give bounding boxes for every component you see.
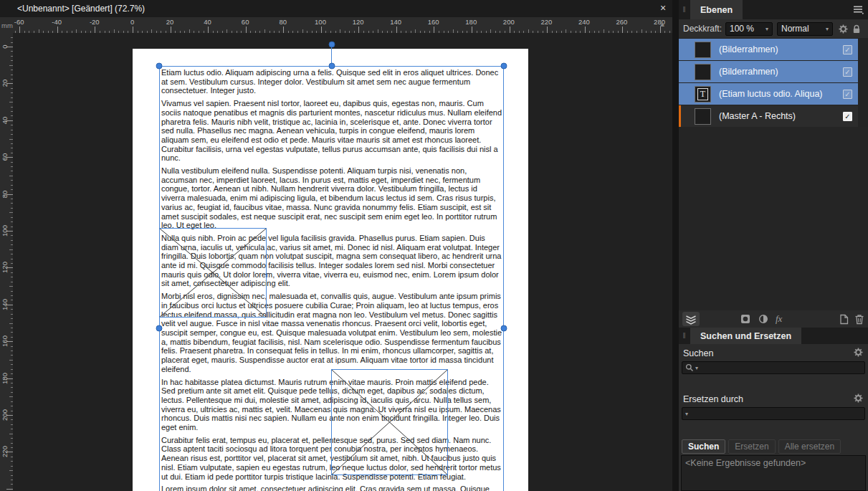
lock-icon [852,24,861,34]
layers-panel-tabbar: ‖ Ebenen [679,0,868,19]
paragraph: Lorem ipsum dolor sit amet, consectetuer… [161,485,502,491]
layer-row-bilderrahmen-1[interactable]: (Bilderrahmen) ✓ [679,39,858,60]
search-input[interactable]: ▾ [682,361,865,374]
replace-button[interactable]: Ersetzen [728,439,775,454]
gear-icon [839,24,848,34]
layer-row-textframe[interactable]: T (Etiam luctus odio. Aliqua) ✓ [679,83,858,105]
chevron-down-icon: ▾ [762,26,768,32]
blend-mode-dropdown[interactable]: Normal ▾ [777,22,833,36]
mask-icon [740,314,750,324]
paragraph: Nulla vestibulum eleifend nulla. Suspend… [161,166,502,230]
paragraph: Vivamus vel sapien. Praesent nisl tortor… [161,99,502,163]
adjustment-layer-button[interactable] [758,312,768,326]
search-results-area: <Keine Ergebnisse gefunden> [681,455,866,491]
document-titlebar: <Unbenannt> [Geändert] (72.7%) [0,0,672,17]
panel-divider[interactable] [672,0,679,491]
selection-handle-top-right[interactable] [501,63,507,70]
opacity-label: Deckkraft: [683,24,722,34]
picture-frame-2[interactable] [331,369,448,475]
layer-effects-button[interactable]: fx [776,312,782,326]
search-icon [685,363,694,372]
trash-icon [854,314,864,325]
layer-visibility-checkbox[interactable]: ✓ [843,112,852,121]
gear-icon [854,348,863,357]
ruler-scroll-indicator-icon: ▲ [659,20,666,28]
chevron-down-icon: ▾ [822,26,829,32]
new-layer-button[interactable] [839,312,849,326]
text-frame-icon: T [697,88,708,100]
selection-handle-mid-right[interactable] [501,325,507,332]
opacity-dropdown[interactable]: 100 % ▾ [725,22,773,36]
master-page-indicator [679,105,681,127]
layers-toolbar: fx [679,310,868,328]
chevron-down-icon: ▾ [685,411,688,417]
search-options-button[interactable] [854,348,863,357]
hamburger-menu-icon [853,5,864,14]
replace-input[interactable]: ▾ [682,407,865,420]
layers-view-button[interactable] [682,312,700,326]
placeholder-cross-icon [160,229,266,317]
picture-frame-1[interactable] [159,228,267,318]
replace-options-button[interactable] [854,394,863,403]
document-title: <Unbenannt> [Geändert] (72.7%) [17,4,145,14]
horizontal-ruler: -60-40-200204060801001201401601802002202… [13,17,672,33]
layer-settings-button[interactable] [839,24,848,34]
right-panel: ‖ Ebenen Deckkraft: 100 % ▾ Normal ▾ [679,0,868,491]
layer-thumbnail [695,64,711,80]
selection-handle-mid-left[interactable] [156,325,163,332]
tab-ebenen[interactable]: Ebenen [690,0,743,19]
layer-visibility-checkbox[interactable]: ✓ [843,45,852,54]
new-page-icon [839,314,849,325]
rotation-handle[interactable] [329,42,335,48]
layers-panel-empty-area [679,127,868,310]
layer-row-master[interactable]: (Master A - Rechts) ✓ [679,105,858,127]
layer-thumbnail [695,108,711,125]
gear-icon [854,394,863,403]
ruler-unit-label: mm [0,17,13,33]
panel-drag-grip[interactable]: ‖ [679,0,690,19]
chevron-down-icon: ▾ [695,365,698,371]
layer-row-bilderrahmen-2[interactable]: (Bilderrahmen) ✓ [679,61,858,82]
lock-layer-button[interactable] [852,24,861,34]
find-button[interactable]: Suchen [682,439,725,454]
vertical-ruler: 020406080100120140160180200220 [0,33,13,491]
layer-visibility-checkbox[interactable]: ✓ [843,90,852,99]
placeholder-cross-icon [332,370,447,475]
layer-thumbnail: T [695,86,711,103]
layers-list: (Bilderrahmen) ✓ (Bilderrahmen) ✓ T (Eti… [679,38,868,127]
find-buttons-row: Suchen Ersetzen Alle ersetzen [682,439,841,454]
close-document-button[interactable]: × [655,1,671,16]
no-results-text: <Keine Ergebnisse gefunden> [685,458,806,468]
layer-thumbnail [695,42,711,58]
tab-suchen-und-ersetzen[interactable]: Suchen und Ersetzen [690,328,801,344]
delete-layer-button[interactable] [854,312,864,326]
find-panel-tabbar: ‖ Suchen und Ersetzen [679,328,868,344]
layer-visibility-checkbox[interactable]: ✓ [843,67,852,77]
panel-drag-grip[interactable]: ‖ [679,328,690,344]
app-window: <Unbenannt> [Geändert] (72.7%) × mm -60-… [0,0,868,491]
panel-menu-button[interactable] [853,0,864,19]
replace-all-button[interactable]: Alle ersetzen [778,439,841,454]
selection-handle-top-left[interactable] [156,63,163,70]
search-label: Suchen [683,348,713,358]
paragraph: Etiam luctus odio. Aliquam adipiscing ur… [161,68,502,95]
find-replace-panel: Suchen ▾ [679,344,868,491]
replace-label: Ersetzen durch [683,394,743,404]
adjustment-icon [758,314,768,324]
layers-controls-row: Deckkraft: 100 % ▾ Normal ▾ [679,19,868,38]
fx-icon: fx [776,313,782,325]
selection-handle-top-center[interactable] [329,63,335,70]
mask-layer-button[interactable] [740,312,750,326]
layers-stack-icon [685,314,697,325]
